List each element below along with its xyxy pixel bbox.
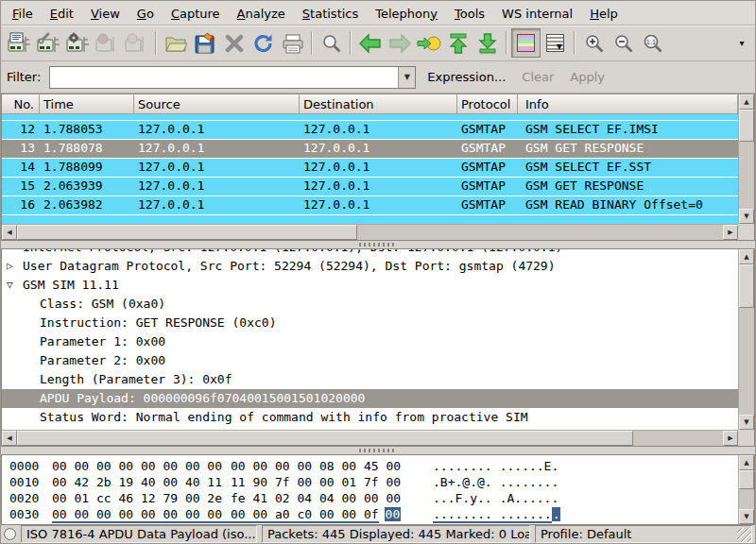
hex-vscrollbar[interactable]: ▲ ▼ (738, 455, 754, 524)
auto-scroll-icon[interactable]: ▼ (541, 28, 570, 58)
vscroll-thumb[interactable] (739, 470, 754, 489)
detail-row-apdu-payload-selected[interactable]: APDU Payload: 000000096f0704001500150102… (2, 389, 738, 408)
column-header-time[interactable]: Time (40, 94, 134, 114)
capture-stop-icon[interactable] (93, 28, 122, 58)
detail-row-parameter2[interactable]: Parameter 2: 0x00 (2, 351, 738, 370)
print-icon[interactable] (278, 28, 307, 58)
packet-row-13-selected[interactable]: 131.788078127.0.0.1127.0.0.1GSMTAPGSM GE… (2, 139, 738, 158)
normal-size-icon[interactable]: 1:1 (638, 28, 667, 58)
expert-info-icon[interactable] (4, 528, 16, 540)
detail-row-instruction[interactable]: Instruction: GET RESPONSE (0xc0) (2, 314, 738, 332)
find-packet-icon[interactable] (317, 28, 346, 58)
packet-list-hscrollbar[interactable]: ◀ ▶ (2, 224, 738, 240)
hex-row-0030[interactable]: 003000 00 00 00 00 00 00 0000 00 a0 c0 0… (9, 506, 738, 522)
packet-row-11[interactable]: 111.787891127.0.0.1127.0.0.1GSMTAPGT (2, 114, 738, 120)
scroll-down-icon[interactable]: ▼ (739, 209, 754, 224)
hex-bytes: 00 00 00 00 08 00 45 00 (231, 459, 401, 473)
scroll-up-icon[interactable]: ▲ (739, 249, 754, 264)
packet-list-vscrollbar[interactable]: ▲ ▼ (738, 94, 754, 224)
expander-collapsed-icon[interactable]: ▷ (7, 257, 13, 276)
expression-button[interactable]: Expression... (422, 67, 510, 87)
hex-row-0020[interactable]: 002000 01 cc 46 12 79 00 2efe 41 02 04 0… (9, 490, 738, 506)
hex-ascii-selected[interactable]: . (552, 507, 561, 521)
column-header-source[interactable]: Source (134, 94, 300, 114)
scroll-down-icon[interactable]: ▼ (739, 509, 754, 524)
detail-row-gsm-sim[interactable]: ▽GSM SIM 11.11 (2, 276, 738, 295)
apply-button[interactable]: Apply (565, 67, 610, 87)
detail-row-ip[interactable]: Internet Protocol, Src: 127.0.0.1 (127.0… (2, 249, 738, 257)
menu-capture[interactable]: Capture (163, 3, 229, 24)
scroll-down-icon[interactable]: ▼ (739, 415, 754, 430)
open-capture-file-icon[interactable] (161, 28, 190, 58)
window-resize-grip[interactable] (737, 528, 751, 542)
colorize-packet-list-icon[interactable] (511, 28, 541, 58)
go-to-bottom-icon[interactable] (472, 28, 502, 58)
menu-file[interactable]: File (4, 3, 42, 24)
pane-splitter[interactable] (1, 241, 755, 248)
toolbar-separator (574, 31, 576, 55)
column-header-destination[interactable]: Destination (300, 94, 457, 114)
detail-row-class[interactable]: Class: GSM (0xa0) (2, 295, 738, 314)
expander-expanded-icon[interactable]: ▽ (7, 276, 13, 295)
filter-dropdown-icon[interactable]: ▼ (398, 67, 415, 88)
detail-row-status-word[interactable]: Status Word: Normal ending of command wi… (2, 408, 738, 427)
zoom-out-icon[interactable] (609, 28, 638, 58)
go-forward-icon[interactable] (385, 28, 414, 58)
detail-row-udp[interactable]: ▷User Datagram Protocol, Src Port: 52294… (2, 257, 738, 276)
packet-row-14[interactable]: 141.788099127.0.0.1127.0.0.1GSMTAPGSM SE… (2, 158, 738, 177)
scroll-up-icon[interactable]: ▲ (739, 455, 754, 470)
scroll-right-icon[interactable]: ▶ (723, 431, 738, 446)
vscroll-thumb[interactable] (739, 264, 754, 308)
detail-row-parameter1[interactable]: Parameter 1: 0x00 (2, 332, 738, 351)
capture-restart-icon[interactable] (122, 28, 151, 58)
scroll-up-icon[interactable]: ▲ (739, 94, 754, 110)
list-interfaces-icon[interactable] (5, 28, 34, 58)
menu-analyze[interactable]: Analyze (229, 3, 294, 24)
filter-input[interactable] (50, 67, 398, 88)
column-header-info[interactable]: Info (518, 94, 738, 114)
vscroll-thumb[interactable] (739, 110, 754, 142)
menu-edit[interactable]: Edit (42, 3, 82, 24)
packet-row-15[interactable]: 152.063939127.0.0.1127.0.0.1GSMTAPGSM GE… (2, 177, 738, 196)
packet-row-16[interactable]: 162.063982127.0.0.1127.0.0.1GSMTAPGSM RE… (2, 196, 738, 214)
go-to-top-icon[interactable] (443, 28, 472, 58)
cell-time: 1.788078 (40, 140, 134, 158)
menu-go[interactable]: Go (129, 3, 163, 24)
wireshark-window: File Edit View Go Capture Analyze Statis… (0, 0, 756, 544)
detail-row-length[interactable]: Length (Parameter 3): 0x0f (2, 370, 738, 389)
go-back-icon[interactable] (355, 28, 385, 58)
column-header-protocol[interactable]: Protocol (457, 94, 518, 114)
scroll-left-icon[interactable]: ◀ (2, 225, 17, 240)
menu-help[interactable]: Help (581, 3, 627, 24)
cell-source: 127.0.0.1 (134, 196, 300, 214)
menu-telephony[interactable]: Telephony (367, 3, 446, 24)
packet-row-12[interactable]: 121.788053127.0.0.1127.0.0.1GSMTAPGSM SE… (2, 120, 738, 139)
menu-statistics[interactable]: Statistics (294, 3, 367, 24)
details-vscrollbar[interactable]: ▲ ▼ (738, 249, 754, 430)
column-header-no[interactable]: No. (2, 94, 40, 114)
menu-ws-internal[interactable]: WS internal (493, 3, 581, 24)
scroll-right-icon[interactable]: ▶ (723, 225, 738, 240)
menu-tools[interactable]: Tools (446, 3, 493, 24)
toolbar-overflow-icon[interactable]: ▾ (732, 30, 751, 57)
cell-time: 2.063982 (40, 196, 134, 214)
reload-capture-file-icon[interactable] (249, 28, 278, 58)
scroll-left-icon[interactable]: ◀ (2, 431, 17, 446)
hscroll-thumb[interactable] (17, 225, 357, 240)
hex-row-0010[interactable]: 001000 42 2b 19 40 00 40 1111 90 7f 00 0… (9, 474, 738, 490)
capture-start-icon[interactable] (63, 28, 93, 58)
clear-button[interactable]: Clear (517, 67, 558, 87)
hex-byte-selected[interactable]: 00 (385, 507, 402, 521)
zoom-in-icon[interactable] (579, 28, 609, 58)
menu-view[interactable]: View (82, 3, 129, 24)
pane-splitter[interactable] (1, 447, 755, 454)
go-to-packet-icon[interactable] (414, 28, 443, 58)
hscroll-thumb[interactable] (17, 431, 633, 446)
capture-options-icon[interactable] (34, 28, 63, 58)
hex-offset: 0020 (9, 490, 52, 506)
hex-row-0000[interactable]: 000000 00 00 00 00 00 00 0000 00 00 00 0… (9, 458, 738, 474)
details-hscrollbar[interactable]: ◀ ▶ (2, 430, 738, 446)
close-capture-file-icon[interactable] (219, 28, 249, 58)
detail-text: Status Word: Normal ending of command wi… (40, 410, 528, 424)
save-capture-file-icon[interactable] (190, 28, 219, 58)
